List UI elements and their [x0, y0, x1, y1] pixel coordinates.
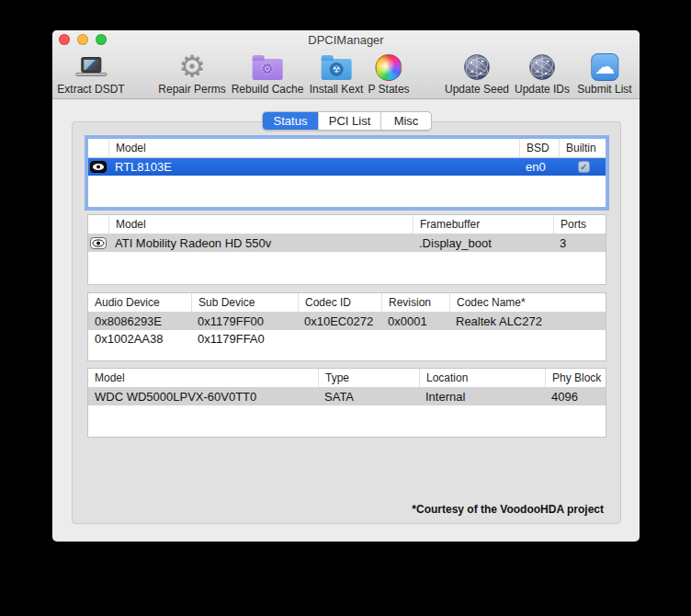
purple-folder-gear-icon: ⚙	[253, 52, 283, 82]
column-header-location: Location	[419, 369, 545, 387]
codec-name-cell: Realtek ALC272	[449, 313, 606, 330]
tab-bar: Status PCI List Misc	[262, 111, 432, 131]
sub-device-cell: 0x1179FFA0	[191, 330, 298, 348]
eye-icon[interactable]	[90, 161, 107, 173]
column-header-bsd: BSD	[519, 139, 559, 157]
column-header-codec-name: Codec Name*	[449, 293, 606, 312]
column-header-framebuffer: Framebuffer	[413, 215, 553, 234]
color-wheel-icon	[375, 52, 402, 82]
network-model-cell: RTL8103E	[108, 158, 519, 176]
graphics-model-cell: ATI Mobility Radeon HD 550v	[108, 234, 413, 252]
column-header-builtin: Builtin	[559, 139, 606, 157]
rebuild-cache-button[interactable]: ⚙ Rebuild Cache	[232, 52, 304, 97]
table-empty-area	[88, 252, 606, 284]
gear-icon: ⚙	[178, 52, 206, 82]
install-kext-button[interactable]: ☢ Install Kext	[310, 52, 364, 97]
storage-model-cell: WDC WD5000LPVX-60V0TT0	[88, 388, 318, 405]
network-table-header: Model BSD Builtin	[88, 139, 606, 158]
column-header-model: Model	[88, 369, 318, 387]
extract-dsdt-button[interactable]: Extract DSDT	[57, 52, 124, 97]
toolbar-label: Install Kext	[310, 83, 364, 96]
column-header-model: Model	[108, 139, 519, 157]
app-window: DPCIManager Extract DSDT ⚙ Repair Perms …	[52, 30, 640, 542]
update-seed-button[interactable]: Update Seed	[445, 52, 509, 97]
table-empty-area	[88, 176, 606, 207]
desktop-background: DPCIManager Extract DSDT ⚙ Repair Perms …	[0, 0, 691, 616]
network-bsd-cell: en0	[519, 158, 559, 176]
network-globe-icon	[528, 52, 556, 82]
audio-device-cell: 0x1002AA38	[88, 330, 191, 348]
audio-table-row[interactable]: 0x1002AA38 0x1179FFA0	[88, 330, 606, 348]
column-header-sub-device: Sub Device	[191, 293, 298, 312]
codec-id-cell: 0x10EC0272	[298, 313, 381, 330]
eye-icon[interactable]	[90, 237, 107, 249]
storage-table-row[interactable]: WDC WD5000LPVX-60V0TT0 SATA Internal 409…	[88, 388, 606, 405]
update-ids-button[interactable]: Update IDs	[515, 52, 570, 97]
storage-table: Model Type Location Phy Block WDC WD5000…	[87, 368, 606, 438]
storage-location-cell: Internal	[419, 388, 545, 405]
toolbar-label: Update Seed	[445, 83, 509, 96]
eye-column-header	[88, 215, 108, 234]
column-header-ports: Ports	[553, 215, 606, 234]
eye-column-header	[88, 139, 108, 157]
column-header-model: Model	[108, 215, 413, 234]
toolbar-label: Extract DSDT	[57, 83, 124, 96]
repair-perms-button[interactable]: ⚙ Repair Perms	[158, 52, 225, 97]
network-table: Model BSD Builtin RTL8103E en0 ✓	[87, 138, 606, 208]
blue-folder-radiation-icon: ☢	[321, 52, 351, 82]
p-states-button[interactable]: P States	[368, 52, 409, 97]
column-header-type: Type	[318, 369, 419, 387]
window-title: DPCIManager	[52, 33, 640, 48]
toolbar-label: Rebuild Cache	[232, 83, 304, 96]
network-globe-icon	[463, 52, 491, 82]
table-empty-area	[88, 348, 606, 360]
network-table-row[interactable]: RTL8103E en0 ✓	[88, 158, 606, 176]
window-chrome: DPCIManager Extract DSDT ⚙ Repair Perms …	[52, 30, 640, 99]
sub-device-cell: 0x1179FF00	[191, 313, 298, 330]
graphics-table-header: Model Framebuffer Ports	[88, 215, 606, 234]
storage-type-cell: SATA	[318, 388, 419, 405]
voodoohda-credit-note: *Courtesy of the VoodooHDA project	[412, 503, 604, 516]
audio-table-header: Audio Device Sub Device Codec ID Revisio…	[88, 293, 606, 313]
toolbar-label: Repair Perms	[158, 83, 225, 96]
graphics-ports-cell: 3	[553, 234, 606, 252]
toolbar-label: Update IDs	[515, 83, 570, 96]
toolbar-label: Submit List	[577, 83, 631, 96]
column-header-phy-block: Phy Block	[545, 369, 606, 387]
audio-device-cell: 0x8086293E	[88, 313, 191, 330]
laptop-icon	[74, 52, 108, 82]
storage-phy-block-cell: 4096	[545, 388, 606, 405]
audio-table-row[interactable]: 0x8086293E 0x1179FF00 0x10EC0272 0x0001 …	[88, 313, 606, 330]
audio-table: Audio Device Sub Device Codec ID Revisio…	[87, 292, 606, 361]
storage-table-header: Model Type Location Phy Block	[88, 369, 606, 388]
tab-pci-list[interactable]: PCI List	[318, 112, 380, 130]
graphics-table: Model Framebuffer Ports ATI Mobility Rad…	[87, 214, 606, 285]
tab-misc[interactable]: Misc	[380, 112, 431, 130]
tab-status[interactable]: Status	[263, 112, 318, 130]
cloud-upload-icon: ☁	[591, 52, 618, 82]
column-header-codec-id: Codec ID	[298, 293, 381, 312]
column-header-revision: Revision	[381, 293, 449, 312]
graphics-table-row[interactable]: ATI Mobility Radeon HD 550v .Display_boo…	[88, 234, 606, 252]
graphics-framebuffer-cell: .Display_boot	[413, 234, 553, 252]
toolbar-label: P States	[368, 83, 409, 96]
submit-list-button[interactable]: ☁ Submit List	[577, 52, 631, 97]
builtin-checkbox[interactable]: ✓	[578, 161, 590, 173]
column-header-audio-device: Audio Device	[88, 293, 191, 312]
revision-cell: 0x0001	[381, 313, 449, 330]
table-empty-area	[88, 405, 606, 437]
